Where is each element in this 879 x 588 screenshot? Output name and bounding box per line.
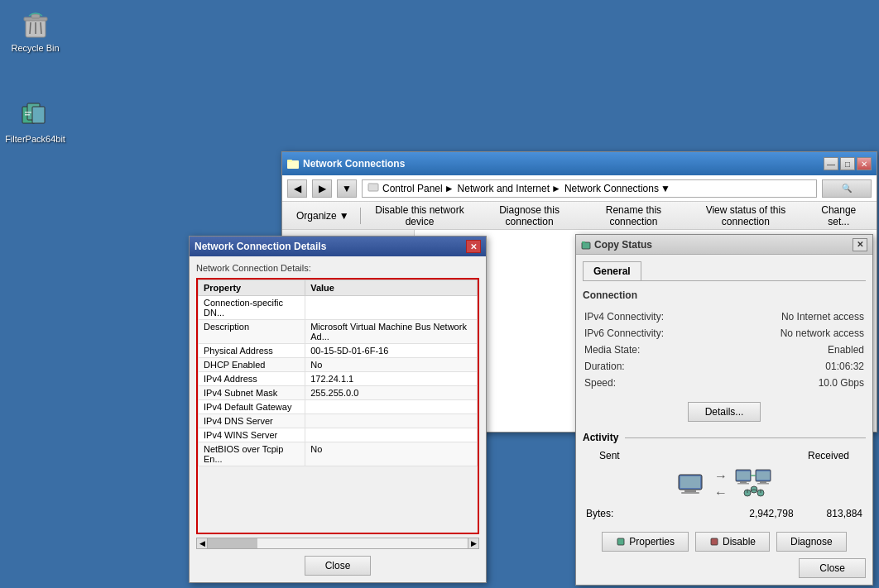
ncd-table-row: IPv4 WINS Server [199, 428, 478, 442]
ncd-value-cell: 00-15-5D-01-6F-16 [305, 344, 478, 358]
nc-recent-btn[interactable]: ▼ [337, 179, 357, 198]
cs-activity-labels: Sent Received [583, 450, 866, 461]
cs-details-btn[interactable]: Details... [688, 402, 761, 422]
svg-rect-8 [32, 107, 45, 123]
addr-network-connections: Network Connections [564, 183, 659, 194]
ncd-table: Property Value Connection-specific DN...… [198, 280, 478, 466]
cs-close-btn[interactable]: Close [799, 558, 866, 578]
nc-window-controls: — □ ✕ [824, 157, 872, 170]
svg-rect-12 [287, 160, 292, 162]
addr-dropdown: ▼ [660, 183, 670, 194]
ncd-value-cell: No [305, 358, 478, 372]
nc-addressbar: ◀ ▶ ▼ Control Panel ► Network and Intern… [282, 175, 877, 202]
ncd-property-cell: NetBIOS over Tcpip En... [199, 442, 305, 466]
properties-label: Properties [629, 536, 675, 547]
ncd-property-cell: IPv4 DNS Server [199, 414, 305, 428]
addr-sep-2: ► [551, 183, 561, 194]
scroll-track [208, 538, 468, 549]
ncd-value-cell: No [305, 442, 478, 466]
cs-row-label: Speed: [584, 375, 752, 390]
nc-maximize-btn[interactable]: □ [840, 157, 855, 170]
organize-btn[interactable]: Organize ▼ [289, 207, 357, 225]
nc-back-btn[interactable]: ◀ [287, 179, 307, 198]
scroll-thumb[interactable] [208, 538, 257, 548]
svg-rect-35 [757, 471, 770, 480]
ncd-table-row: IPv4 DNS Server [199, 414, 478, 428]
cs-close-row: Close [583, 558, 866, 578]
cs-activity-title: Activity [583, 432, 866, 443]
filterpack-label: FilterPack64bit [5, 134, 65, 144]
cs-close-x-btn[interactable]: ✕ [853, 238, 867, 251]
ncd-value-cell [305, 414, 478, 428]
ncd-col-property: Property [199, 280, 305, 296]
diagnose-btn[interactable]: Diagnose this connection [478, 201, 582, 231]
cs-disable-btn[interactable]: Disable [695, 532, 770, 552]
nc-minimize-btn[interactable]: — [824, 157, 838, 170]
cs-received-value: 813,884 [827, 508, 862, 519]
cs-bytes-label: Bytes: [586, 508, 613, 519]
cs-tab-general[interactable]: General [583, 261, 641, 280]
cs-row-value: No network access [753, 326, 864, 341]
rename-label: Rename this connection [591, 204, 677, 227]
svg-rect-31 [737, 471, 750, 480]
cs-sent-value: 2,942,798 [749, 508, 793, 519]
cs-title-icon [581, 240, 591, 250]
disable-icon [709, 537, 719, 547]
properties-icon [616, 537, 626, 547]
nc-search-box[interactable]: 🔍 [822, 179, 872, 198]
ncd-titlebar: Network Connection Details ✕ [190, 237, 486, 256]
svg-rect-30 [737, 483, 749, 485]
recycle-bin-image [19, 7, 52, 41]
cs-network-animation: → ← [583, 468, 866, 501]
ncd-subtitle: Network Connection Details: [196, 263, 479, 273]
ncd-table-row: DHCP EnabledNo [199, 358, 478, 372]
svg-rect-26 [681, 492, 699, 494]
nc-title-left: Network Connections [287, 158, 405, 170]
nc-close-btn[interactable]: ✕ [857, 157, 872, 170]
ncd-property-cell: Connection-specific DN... [199, 296, 305, 320]
svg-line-5 [41, 22, 41, 34]
ncd-property-cell: IPv4 Subnet Mask [199, 386, 305, 400]
cs-connection-row: Media State:Enabled [584, 342, 864, 357]
view-status-btn[interactable]: View status of this connection [685, 201, 805, 231]
ncd-close-x-btn[interactable]: ✕ [466, 240, 481, 253]
rename-btn[interactable]: Rename this connection [584, 201, 684, 231]
change-settings-btn[interactable]: Change set... [807, 201, 870, 231]
svg-rect-23 [582, 241, 585, 243]
svg-rect-44 [617, 538, 624, 545]
cs-row-value: 10.0 Gbps [753, 375, 864, 390]
ncd-value-cell: 255.255.0.0 [305, 386, 478, 400]
ncd-hscrollbar[interactable]: ◀ ▶ [196, 538, 479, 549]
ncd-table-row: IPv4 Subnet Mask255.255.0.0 [199, 386, 478, 400]
disable-label: Disable this network device [371, 204, 468, 227]
disable-network-btn[interactable]: Disable this network device [363, 201, 475, 231]
scroll-left-btn[interactable]: ◀ [196, 538, 208, 549]
cs-connection-row: Duration:01:06:32 [584, 359, 864, 374]
cs-connection-row: IPv4 Connectivity:No Internet access [584, 309, 864, 324]
ncd-content: Network Connection Details: Property Val… [190, 256, 486, 582]
ncd-property-cell: IPv4 WINS Server [199, 428, 305, 442]
nc-titlebar: Network Connections — □ ✕ [282, 152, 877, 175]
nc-address-path[interactable]: Control Panel ► Network and Internet ► N… [362, 179, 817, 198]
scroll-right-btn[interactable]: ▶ [468, 538, 479, 549]
filterpack-icon[interactable]: FilterPack64bit [4, 95, 66, 147]
addr-sep-1: ► [444, 183, 454, 194]
addr-segment-2: Network and Internet ► [458, 183, 561, 194]
svg-rect-34 [757, 483, 769, 485]
recycle-bin-icon[interactable]: Recycle Bin [4, 4, 66, 56]
svg-rect-14 [368, 183, 372, 184]
svg-rect-13 [368, 184, 378, 191]
ncd-close-button[interactable]: Close [305, 556, 372, 576]
cs-diagnose-btn[interactable]: Diagnose [776, 532, 847, 552]
ncd-property-cell: Physical Address [199, 344, 305, 358]
cs-title-text: Copy Status [594, 239, 652, 251]
nc-forward-btn[interactable]: ▶ [312, 179, 332, 198]
ncd-table-row: DescriptionMicrosoft Virtual Machine Bus… [199, 320, 478, 344]
ncd-table-row: NetBIOS over Tcpip En...No [199, 442, 478, 466]
ncd-table-header-row: Property Value [199, 280, 478, 296]
cs-row-label: Media State: [584, 342, 752, 357]
toolbar-separator [360, 208, 361, 224]
cs-properties-btn[interactable]: Properties [602, 532, 689, 552]
ncd-col-value: Value [305, 280, 478, 296]
view-status-label: View status of this connection [693, 204, 798, 227]
